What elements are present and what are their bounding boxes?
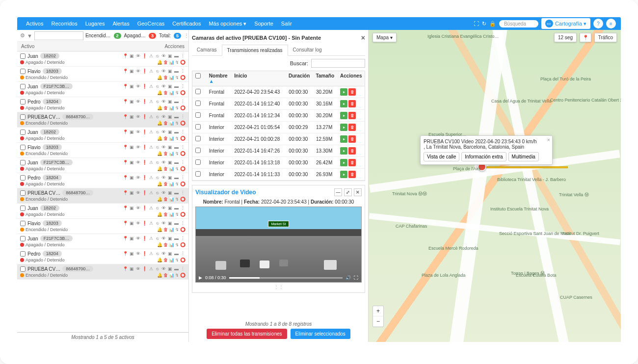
action-icon[interactable]: ⎋ [155, 145, 160, 150]
status-icon[interactable]: ↯ [175, 105, 179, 110]
action-icon[interactable]: ▬ [174, 114, 179, 119]
delete-button[interactable]: 🗑 [348, 124, 356, 131]
action-icon[interactable]: ▬ [174, 266, 179, 271]
map-poi[interactable]: CAP Chafarinas [396, 224, 427, 229]
status-icon[interactable]: ⭕ [180, 166, 186, 171]
menu-soporte[interactable]: Soporte [250, 18, 277, 29]
seek-bar[interactable] [229, 277, 343, 279]
status-icon[interactable]: ↯ [175, 227, 179, 232]
action-icon[interactable]: ▣ [129, 99, 134, 104]
action-icon[interactable]: ❗ [142, 236, 147, 241]
action-icon[interactable]: 👁 [161, 175, 166, 180]
action-icon[interactable]: ▣ [129, 53, 134, 58]
action-icon[interactable]: ⋮ [180, 99, 186, 104]
status-icon[interactable]: 🗑 [163, 90, 168, 95]
status-icon[interactable]: 🗑 [163, 75, 168, 80]
minimize-icon[interactable]: — [334, 188, 342, 196]
action-icon[interactable]: 👁 [161, 190, 166, 195]
menu-msopciones[interactable]: Más opciones ▾ [205, 18, 250, 29]
action-icon[interactable]: ▣ [129, 130, 134, 134]
delete-button[interactable]: 🗑 [348, 171, 356, 178]
action-icon[interactable]: ▣ [167, 266, 173, 271]
action-icon[interactable]: ▬ [174, 160, 179, 165]
status-icon[interactable]: ↯ [175, 166, 179, 171]
action-icon[interactable]: ⚠ [148, 69, 154, 74]
status-icon[interactable]: ↯ [175, 136, 179, 141]
action-icon[interactable]: 📍 [123, 236, 128, 241]
play-button[interactable]: ▸ [340, 159, 347, 166]
action-icon[interactable]: 👁 [135, 114, 141, 119]
play-button[interactable]: ▸ [340, 88, 347, 96]
action-icon[interactable]: 👁 [161, 53, 166, 58]
action-icon[interactable]: 👁 [161, 145, 166, 150]
action-icon[interactable]: 👁 [161, 266, 166, 271]
action-icon[interactable]: ▣ [167, 221, 173, 226]
action-icon[interactable]: ⚠ [148, 160, 154, 165]
action-icon[interactable]: ⎋ [155, 160, 160, 165]
action-icon[interactable]: 📍 [123, 53, 128, 58]
action-icon[interactable]: ⋮ [180, 53, 186, 58]
action-icon[interactable]: ❗ [142, 99, 147, 104]
action-icon[interactable]: ⋮ [180, 221, 186, 226]
action-icon[interactable]: ▣ [129, 160, 134, 165]
action-icon[interactable]: ⚠ [148, 206, 154, 210]
map-poi[interactable]: CUAP Casernes [560, 295, 592, 300]
status-icon[interactable]: ⭕ [180, 75, 186, 80]
row-checkbox[interactable] [195, 136, 201, 141]
status-icon[interactable]: 📊 [169, 227, 174, 232]
global-search[interactable]: Búsqueda [499, 20, 538, 27]
filter-input[interactable] [34, 31, 83, 40]
play-button[interactable]: ▸ [340, 147, 347, 155]
status-icon[interactable]: 🔔 [157, 197, 162, 202]
asset-checkbox[interactable] [20, 236, 26, 241]
status-icon[interactable]: 🔔 [157, 182, 162, 186]
status-icon[interactable]: 🔔 [157, 212, 162, 217]
status-icon[interactable]: ↯ [175, 212, 179, 217]
action-icon[interactable]: ❗ [142, 84, 147, 89]
status-icon[interactable]: ↯ [175, 75, 179, 80]
action-icon[interactable]: ⚠ [148, 145, 154, 150]
refresh-icon[interactable]: ↻ [482, 21, 486, 27]
action-icon[interactable]: ⎋ [155, 69, 160, 74]
action-icon[interactable]: 📍 [123, 130, 128, 134]
status-icon[interactable]: ↯ [175, 182, 179, 186]
action-icon[interactable]: ⚠ [148, 99, 154, 104]
status-icon[interactable]: ⭕ [180, 182, 186, 186]
action-icon[interactable]: ⎋ [155, 251, 160, 256]
action-icon[interactable]: 📍 [123, 206, 128, 210]
col-duracion[interactable]: Duración [286, 71, 313, 86]
asset-row[interactable]: Flavio18203📍▣👁❗⚠⎋👁▣▬⋮Encendido / Detenid… [17, 219, 188, 234]
asset-checkbox[interactable] [20, 69, 26, 74]
action-icon[interactable]: ❗ [142, 190, 147, 195]
map-poi[interactable]: Escuela Superior… [428, 132, 467, 137]
asset-row[interactable]: Pedro18204📍▣👁❗⚠⎋👁▣▬⋮Apagado / Detenido🔔🗑… [17, 249, 188, 264]
map-poi[interactable]: Iglesia Cristiana Evangélica Cristo… [427, 34, 499, 39]
asset-checkbox[interactable] [20, 53, 26, 59]
action-icon[interactable]: ❗ [142, 221, 147, 226]
action-icon[interactable]: ▬ [174, 190, 179, 195]
action-icon[interactable]: 👁 [135, 69, 141, 74]
play-icon[interactable]: ▶ [199, 275, 202, 280]
status-icon[interactable]: 🗑 [163, 166, 168, 171]
more-icon[interactable]: ⋮ [184, 33, 189, 38]
status-icon[interactable]: ↯ [175, 273, 179, 278]
status-icon[interactable]: 🗑 [163, 242, 168, 247]
action-icon[interactable]: 👁 [135, 99, 141, 104]
action-icon[interactable]: ⎋ [155, 114, 160, 119]
col-nombre[interactable]: Nombre ▲ [206, 71, 231, 86]
action-icon[interactable]: ▣ [167, 236, 173, 241]
status-icon[interactable]: 🔔 [157, 242, 162, 247]
status-icon[interactable]: 📊 [169, 121, 174, 126]
action-icon[interactable]: ❗ [142, 130, 147, 134]
menu-lugares[interactable]: Lugares [81, 18, 109, 29]
asset-row[interactable]: Juan18202📍▣👁❗⚠⎋👁▣▬⋮Apagado / Detenido🔔🗑📊… [17, 128, 188, 143]
action-icon[interactable]: ▬ [174, 251, 179, 256]
action-icon[interactable]: ▬ [174, 130, 179, 134]
col-inicio[interactable]: Inicio [231, 71, 286, 86]
action-icon[interactable]: ⋮ [180, 69, 186, 74]
cartography-dropdown[interactable]: ▭Cartografía ▾ [541, 18, 590, 29]
status-icon[interactable]: 🗑 [163, 105, 168, 110]
action-icon[interactable]: ▣ [129, 175, 134, 180]
action-icon[interactable]: 📍 [123, 266, 128, 271]
asset-checkbox[interactable] [20, 145, 26, 150]
